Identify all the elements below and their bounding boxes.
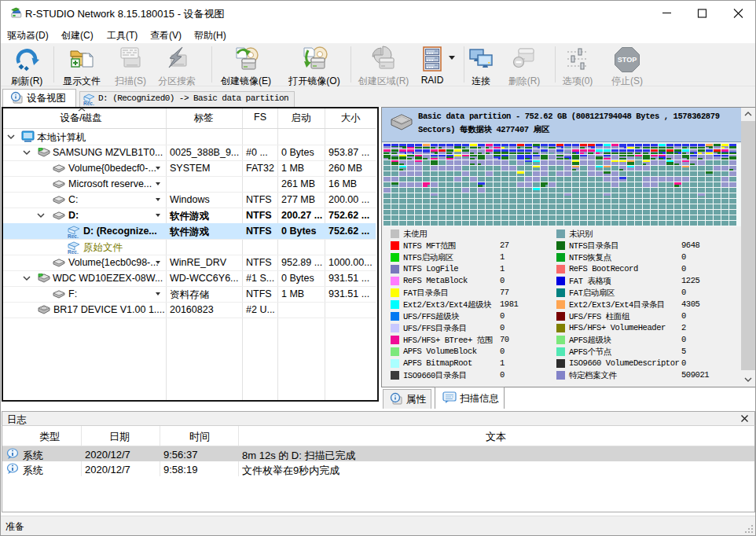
svg-text:STOP: STOP <box>618 56 637 64</box>
svg-text:Rec.: Rec. <box>68 249 79 255</box>
svg-text:Rec.: Rec. <box>68 233 79 239</box>
svg-text:Rec.: Rec. <box>83 101 94 106</box>
